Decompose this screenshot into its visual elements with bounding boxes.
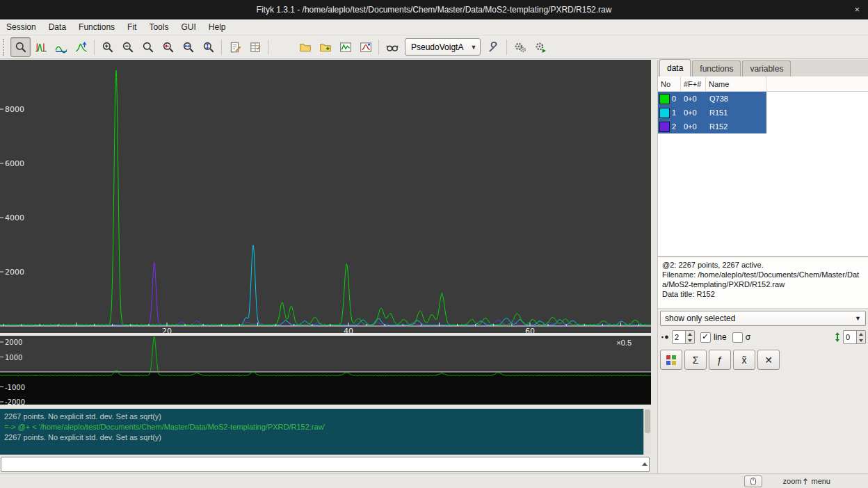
zoom-vertical-icon[interactable] (198, 37, 218, 57)
toolbar-separator (506, 40, 507, 55)
aux-plot[interactable]: 20001000-1000-2000 ×0.5 (0, 336, 651, 405)
shift-arrows[interactable] (856, 331, 865, 343)
info-filename: Filename: /home/aleplo/test/Documents/Ch… (662, 270, 865, 289)
append-data-icon[interactable] (315, 37, 335, 57)
dataset-number: 0 (672, 95, 676, 103)
console-scrollbar[interactable] (643, 409, 651, 455)
dataset-color-swatch (659, 94, 670, 104)
tab-variables[interactable]: variables (742, 60, 791, 76)
output-console[interactable]: 2267 points. No explicit std. dev. Set a… (0, 409, 651, 455)
svg-text:2000: 2000 (5, 339, 22, 346)
baseline-mode-icon[interactable] (51, 37, 71, 57)
menu-functions[interactable]: Functions (72, 20, 121, 34)
close-window-button[interactable]: × (854, 4, 860, 15)
header-filler (766, 76, 868, 91)
header-no[interactable]: No (658, 76, 681, 91)
menu-tools[interactable]: Tools (143, 20, 175, 34)
command-input-row (1, 457, 650, 473)
zoom-prev-icon[interactable] (158, 37, 178, 57)
table-row[interactable]: 2 0+0 R152 (658, 120, 868, 133)
tool-bar: PseudoVoigtA ▼ (0, 35, 868, 59)
sum-button[interactable]: Σ (684, 350, 707, 370)
open-data-icon[interactable] (295, 37, 315, 57)
apply-function-button[interactable]: ƒ (709, 350, 731, 370)
menu-fit[interactable]: Fit (121, 20, 143, 34)
run-fit-gears-icon[interactable] (510, 37, 530, 57)
point-size-spinner[interactable]: 2 (672, 330, 695, 344)
mouse-mode-button[interactable] (744, 475, 762, 487)
shift-value: 0 (844, 331, 856, 343)
dataset-name: Q738 (706, 92, 766, 106)
edit-script-icon[interactable] (225, 37, 245, 57)
data-range-mode-icon[interactable] (31, 37, 51, 57)
transform-glyph: x̃ (742, 355, 747, 366)
zoom-in-icon[interactable] (97, 37, 118, 57)
svg-text:8000: 8000 (5, 105, 24, 114)
tab-data[interactable]: data (659, 59, 691, 76)
status-zoom-label[interactable]: zoom (782, 477, 803, 485)
aux-scale-label: ×0.5 (616, 339, 632, 347)
dataset-action-buttons: Σ ƒ x̃ ✕ (660, 350, 780, 370)
sigma-checkbox[interactable] (732, 332, 743, 343)
input-history-expander-icon[interactable] (642, 462, 648, 466)
transform-button[interactable]: x̃ (733, 350, 755, 370)
pointer-hand-icon (803, 477, 810, 485)
zoom-mode-icon[interactable] (10, 37, 31, 57)
quick-fit-icon[interactable] (382, 37, 402, 57)
zoom-horizontal-icon[interactable] (178, 37, 198, 57)
point-size-value: 2 (673, 331, 685, 343)
main-plot[interactable]: 2040602000400060008000 (0, 60, 651, 333)
svg-text:40: 40 (344, 327, 353, 333)
image-export-icon[interactable] (355, 37, 376, 57)
add-peak-mode-icon[interactable] (71, 37, 91, 57)
shift-spinner[interactable]: 0 (843, 330, 866, 344)
plot-export-icon[interactable] (335, 37, 355, 57)
toolbar-separator (221, 40, 222, 55)
header-f[interactable]: #F+# (681, 76, 706, 91)
run-continue-gear-icon[interactable] (530, 37, 550, 57)
status-menu-label[interactable]: menu (810, 477, 832, 485)
aux-plot-canvas[interactable]: 20001000-1000-2000 (0, 336, 651, 405)
menu-session[interactable]: Session (0, 20, 42, 34)
table-row[interactable]: 0 0+0 Q738 (658, 92, 868, 106)
sidebar: data functions variables No #F+# Name 0 … (657, 60, 868, 473)
color-map-button[interactable] (660, 350, 682, 370)
function-type-dropdown[interactable]: PseudoVoigtA ▼ (405, 38, 481, 56)
sigma-checkbox-label: σ (746, 332, 750, 342)
menu-gui[interactable]: GUI (175, 20, 202, 34)
table-row[interactable]: 1 0+0 R151 (658, 106, 868, 120)
line-checkbox[interactable] (700, 332, 711, 343)
command-input[interactable] (1, 457, 650, 472)
menu-data[interactable]: Data (42, 20, 72, 34)
delete-dataset-button[interactable]: ✕ (757, 350, 780, 370)
session-log-icon[interactable] (245, 37, 265, 57)
svg-text:60: 60 (525, 327, 535, 333)
menu-bar: Session Data Functions Fit Tools GUI Hel… (0, 19, 868, 35)
console-line: 2267 points. No explicit std. dev. Set a… (4, 432, 651, 443)
svg-text:-2000: -2000 (5, 398, 25, 405)
mouse-icon (749, 478, 757, 485)
line-checkbox-label: line (714, 332, 727, 342)
toolbar-separator (94, 40, 95, 55)
console-scrollbar-thumb[interactable] (645, 409, 650, 433)
show-filter-dropdown[interactable]: show only selected ▼ (660, 311, 866, 326)
tab-functions[interactable]: functions (692, 60, 741, 76)
dataset-info-box: @2: 2267 points, 2267 active. Filename: … (658, 257, 868, 309)
header-name[interactable]: Name (706, 76, 766, 91)
svg-text:-1000: -1000 (5, 384, 25, 391)
add-function-wrench-icon[interactable] (483, 37, 504, 57)
main-plot-canvas[interactable]: 2040602000400060008000 (0, 60, 651, 333)
dataset-number: 1 (672, 108, 676, 117)
chevron-down-icon: ▼ (470, 44, 476, 51)
zoom-100-icon[interactable] (138, 37, 158, 57)
toolbar-handle[interactable] (3, 39, 8, 56)
point-size-arrows[interactable] (685, 331, 694, 343)
display-controls-row: 2 line σ 0 (660, 329, 866, 345)
zoom-out-icon[interactable] (118, 37, 138, 57)
sidebar-tabs: data functions variables (658, 60, 868, 77)
toolbar-separator (268, 40, 268, 55)
dataset-fcount: 0+0 (681, 106, 706, 120)
menu-help[interactable]: Help (202, 20, 232, 34)
chevron-down-icon: ▼ (855, 315, 861, 322)
svg-text:2000: 2000 (5, 268, 24, 277)
